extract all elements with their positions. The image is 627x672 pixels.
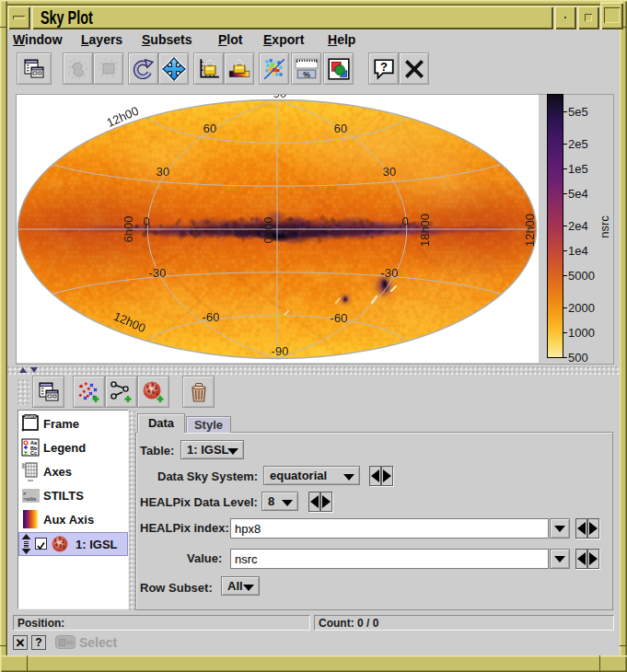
svg-text:yyy: yyy [20,463,25,469]
svg-text:TITLE: TITLE [26,415,36,419]
svg-text:3: 3 [151,382,154,388]
svg-text:?: ? [380,59,388,73]
svg-text:%: % [303,69,310,78]
svg-text:1: 1 [63,545,65,550]
svg-text:xxx: xxx [28,478,33,482]
svg-text:0: 0 [152,389,155,395]
svg-text:>stilts: >stilts [23,496,36,502]
svg-text:2: 2 [62,539,64,544]
svg-text:Cc: Cc [30,450,37,456]
svg-text:4: 4 [147,388,150,394]
svg-text:0: 0 [59,544,62,549]
svg-text:3: 3 [58,537,61,541]
svg-text:4: 4 [55,543,58,548]
svg-text:1: 1 [156,390,158,396]
